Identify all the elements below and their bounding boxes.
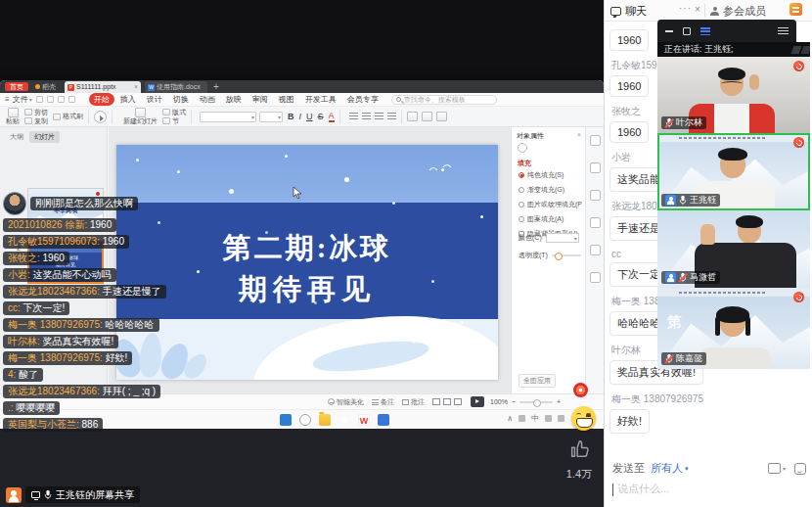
app-icon[interactable] [378, 414, 389, 426]
ribbon-tab-6[interactable]: 放映 [221, 93, 247, 106]
tab-chat[interactable]: 聊天 [610, 4, 647, 19]
participant-video[interactable]: 马溦哲 [657, 210, 810, 288]
radio-icon[interactable] [519, 172, 524, 178]
system-tray[interactable]: ∧ 中 [507, 413, 564, 424]
toolbar-extra-icon[interactable] [407, 112, 418, 121]
new-slide-button[interactable]: 新建幻灯片 [123, 108, 158, 125]
toolbar-extra-icon[interactable] [436, 112, 447, 121]
input-method-indicator[interactable]: 中 [531, 413, 539, 424]
outline-tab[interactable]: 大纲 [10, 132, 23, 142]
tray-icon[interactable] [519, 415, 525, 422]
zoom-slider[interactable] [519, 401, 553, 403]
likes-widget[interactable]: 1.4万 [554, 438, 605, 482]
wps-taskbar-icon[interactable]: W [358, 414, 370, 426]
ribbon-search-box[interactable]: 查找命令、搜索模板 [391, 95, 497, 105]
screenshot-icon[interactable] [768, 463, 781, 474]
file-explorer-icon[interactable] [319, 414, 331, 426]
underline-button[interactable]: U [306, 112, 313, 121]
sorter-view-icon[interactable] [443, 398, 451, 405]
wps-home-tab[interactable]: 首页 [5, 82, 28, 91]
ribbon-tab-5[interactable]: 动画 [195, 93, 220, 106]
reading-view-icon[interactable] [454, 398, 462, 405]
radio-icon[interactable] [519, 202, 524, 207]
section-button[interactable]: 节 [162, 117, 186, 125]
document-tab-active[interactable]: P S111111.pptx × [65, 81, 141, 93]
strikethrough-button[interactable]: S [318, 112, 324, 121]
layout-button[interactable]: 版式 [162, 109, 186, 116]
ribbon-tab-2[interactable]: 插入 [115, 93, 141, 106]
switch-layout-icon[interactable] [789, 3, 802, 16]
ribbon-tab-1[interactable]: 开始 [89, 93, 114, 106]
fill-option[interactable]: 图片或纹理填充(P) [519, 200, 582, 209]
taskbar-search-icon[interactable] [299, 414, 311, 426]
quick-access-icon[interactable] [68, 96, 75, 103]
ribbon-tab-9[interactable]: 开发工具 [300, 93, 341, 106]
close-tab-icon[interactable]: × [134, 81, 138, 93]
smart-beautify-button[interactable]: 智能美化 [328, 397, 364, 407]
toolbar-extra-icon[interactable] [422, 112, 432, 121]
participant-video[interactable]: 第陈嘉懿 [657, 288, 810, 369]
tray-icon[interactable] [558, 415, 564, 422]
radio-icon[interactable] [519, 187, 524, 193]
notes-button[interactable]: 备注 [372, 397, 394, 407]
emoji-icon[interactable] [794, 463, 806, 475]
zoom-out-button[interactable]: − [512, 398, 516, 405]
copy-button[interactable]: 复制 [24, 117, 48, 125]
ribbon-tab-7[interactable]: 审阅 [248, 93, 273, 106]
wps-docer-tab[interactable]: 稻壳 [35, 82, 56, 91]
slideshow-button[interactable] [471, 396, 484, 407]
file-menu[interactable]: 文件 [13, 94, 28, 105]
ribbon-tab-10[interactable]: 会员专享 [342, 93, 383, 106]
participant-video[interactable]: 叶尔林 [657, 57, 810, 133]
new-tab-button[interactable]: + [213, 80, 219, 93]
maximize-icon[interactable] [683, 27, 691, 35]
list-layout-icon[interactable] [700, 27, 710, 35]
close-chat-icon[interactable]: × [695, 4, 700, 15]
color-select[interactable] [546, 233, 579, 243]
align-center-icon[interactable] [362, 113, 371, 120]
align-left-icon[interactable] [349, 113, 358, 120]
quick-access-icon[interactable] [58, 96, 65, 103]
pane-tab-icon[interactable] [590, 245, 601, 255]
beautify-fireworks-icon[interactable] [573, 383, 588, 397]
fill-section-header[interactable]: 填充 [518, 159, 531, 168]
tray-icon[interactable] [545, 415, 552, 422]
fill-option[interactable]: 图案填充(A) [519, 214, 582, 224]
chat-input[interactable] [615, 482, 791, 495]
document-tab-2[interactable]: W 使用指南.docx [145, 81, 207, 93]
tab-members[interactable]: 参会成员 [710, 4, 766, 19]
minimize-icon[interactable] [665, 30, 673, 32]
fill-option[interactable]: 纯色填充(S) [519, 170, 582, 180]
comments-button[interactable]: 批注 [402, 397, 425, 407]
normal-view-icon[interactable] [432, 398, 440, 405]
fill-option[interactable]: 渐变填充(G) [519, 185, 582, 195]
pane-tab-icon[interactable] [590, 272, 601, 283]
transparency-slider[interactable] [552, 254, 581, 256]
ribbon-tab-3[interactable]: 设计 [142, 93, 167, 106]
align-justify-icon[interactable] [387, 113, 396, 120]
thumbs-up-icon[interactable] [568, 438, 590, 460]
pane-tab-icon[interactable] [590, 135, 601, 146]
quick-access-icon[interactable] [36, 96, 43, 103]
participant-video[interactable]: 王兆钰 [657, 133, 810, 210]
ribbon-tab-8[interactable]: 视图 [274, 93, 299, 106]
font-color-button[interactable]: A [329, 112, 335, 122]
pane-tab-icon[interactable] [590, 162, 601, 173]
sharer-avatar[interactable] [6, 487, 22, 503]
font-size-select[interactable] [259, 112, 283, 122]
font-family-select[interactable] [200, 112, 256, 122]
align-right-icon[interactable] [375, 113, 383, 120]
radio-icon[interactable] [519, 216, 524, 222]
italic-button[interactable]: I [299, 112, 302, 121]
slides-tab[interactable]: 幻灯片 [29, 131, 60, 143]
zoom-in-button[interactable]: + [557, 398, 561, 405]
apply-all-button[interactable]: 全图应用 [519, 374, 556, 388]
quick-access-icon[interactable] [47, 96, 54, 103]
chat-menu-icon[interactable]: ··· [679, 3, 692, 14]
collapse-panel-icon[interactable] [778, 27, 789, 34]
tray-expand-icon[interactable]: ∧ [507, 414, 513, 423]
paste-button[interactable]: 粘贴 [6, 108, 20, 125]
hamburger-icon[interactable]: ≡ [5, 95, 10, 104]
close-pane-icon[interactable]: × [577, 131, 581, 141]
format-painter-button[interactable]: 格式刷 [53, 113, 83, 120]
